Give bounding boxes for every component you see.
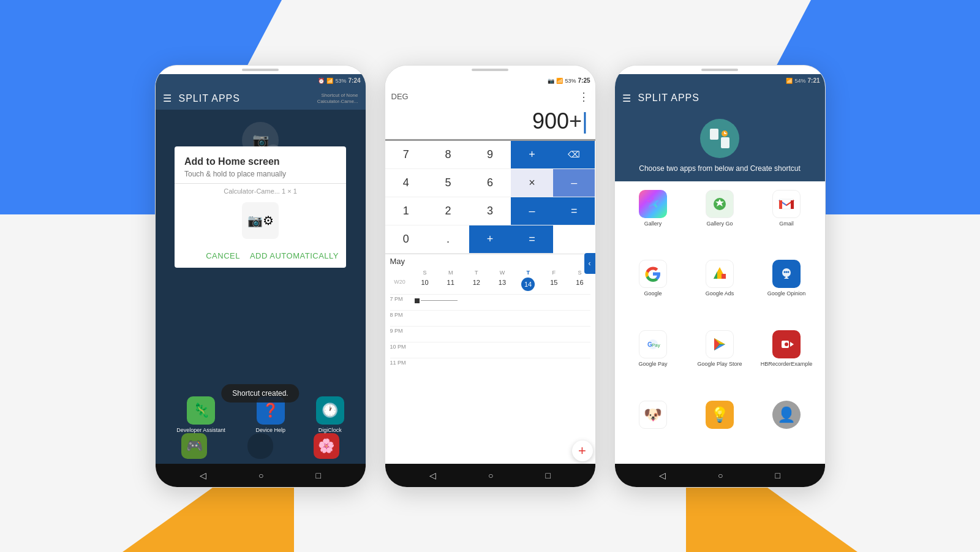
phone1-app-unknown1[interactable]: 🎮 — [181, 433, 207, 459]
phone2-calc-buttons: 7 8 9 + ⌫ 4 5 6 × – 1 2 3 – = 0 . — [385, 141, 595, 254]
svg-rect-1 — [721, 137, 729, 148]
calc-btn-1[interactable]: 1 — [385, 197, 428, 225]
phone2-cal-day-15[interactable]: 15 — [541, 277, 567, 292]
phone-1-top-bar — [156, 66, 366, 74]
phone3-gallery-icon — [639, 190, 667, 218]
phone2-cal-sun: S — [412, 268, 438, 277]
phone2-time: 7:25 — [578, 77, 590, 84]
phone2-recents-btn[interactable]: □ — [546, 471, 551, 480]
phone3-choose-text: Choose two apps from below and Create sh… — [639, 164, 800, 173]
svg-marker-18 — [790, 342, 794, 347]
calc-btn-2[interactable]: 2 — [427, 197, 469, 225]
calc-btn-minus-op[interactable]: – — [553, 169, 595, 197]
calc-btn-0[interactable]: 0 — [385, 225, 428, 254]
phone1-recents-btn[interactable]: □ — [316, 471, 321, 480]
phone3-app-gallery-go[interactable]: Gallery Go — [687, 185, 753, 255]
phone1-add-button[interactable]: ADD AUTOMATICALLY — [250, 251, 339, 260]
phone3-app-person[interactable]: 👤 — [753, 396, 820, 460]
phone3-google-label: Google — [644, 290, 662, 297]
phone3-apps-grid: Gallery Gallery Go Gmail — [615, 181, 825, 464]
phone3-person-icon: 👤 — [772, 401, 801, 429]
calc-btn-plus2[interactable]: + — [469, 225, 511, 254]
calc-btn-6[interactable]: 6 — [469, 169, 511, 197]
phone3-recorder-label: HBRecorderExample — [761, 361, 813, 367]
phone-2-speaker — [472, 69, 508, 71]
calc-btn-dot[interactable]: . — [427, 225, 469, 254]
phone2-cal-event-line — [421, 300, 458, 301]
phone1-hamburger-icon[interactable]: ☰ — [163, 93, 172, 104]
phone2-cal-day-11[interactable]: 11 — [438, 277, 464, 292]
phone2-back-btn[interactable]: ◁ — [429, 471, 436, 480]
phone3-signal: 📶 — [786, 78, 793, 84]
phone3-app-gmail[interactable]: Gmail — [753, 185, 820, 255]
phone3-app-bulb[interactable]: 💡 — [687, 396, 753, 460]
calc-btn-plus[interactable]: + — [511, 141, 553, 169]
phone1-app-dev-assistant[interactable]: 🦎 Developer Assistant — [176, 396, 225, 433]
phone1-home-btn[interactable]: ○ — [258, 471, 263, 480]
phone3-header-title: SPLIT APPS — [638, 93, 699, 104]
phone1-app-digiclock[interactable]: 🕐 DigiClock — [316, 396, 344, 433]
phone2-cal-fab[interactable]: + — [572, 440, 593, 461]
phone1-preview-icon: 📷⚙ — [242, 202, 279, 239]
calc-btn-7[interactable]: 7 — [385, 141, 428, 169]
calc-btn-8[interactable]: 8 — [427, 141, 469, 169]
phone2-cal-day-14-today[interactable]: 14 — [515, 277, 541, 292]
phone1-toast: Shortcut created. — [221, 384, 299, 403]
phone2-cal-fri: F — [541, 268, 567, 277]
calc-btn-4[interactable]: 4 — [385, 169, 428, 197]
phone2-calc-op: + — [569, 108, 582, 134]
calc-btn-5[interactable]: 5 — [427, 169, 469, 197]
phone3-googleads-label: Google Ads — [706, 290, 734, 297]
phone3-app-google-ads[interactable]: Google Ads — [687, 255, 753, 325]
phone3-home-btn[interactable]: ○ — [718, 471, 723, 480]
phone1-time: 7:24 — [348, 77, 360, 84]
phone3-playstore-label: Google Play Store — [697, 361, 742, 367]
phone2-side-handle[interactable]: ‹ — [584, 253, 595, 274]
phone2-cal-8pm-row: 8 PM — [390, 310, 590, 326]
phone3-app-pet[interactable]: 🐶 — [620, 396, 687, 460]
calc-btn-9[interactable]: 9 — [469, 141, 511, 169]
phone3-app-gallery[interactable]: Gallery — [620, 185, 687, 255]
phone-3-screen: 📶 54% 7:21 ☰ SPLIT APPS — [615, 74, 825, 464]
svg-text:Pay: Pay — [652, 342, 660, 348]
calc-btn-backspace[interactable]: ⌫ — [553, 141, 595, 169]
phone3-back-btn[interactable]: ◁ — [659, 471, 666, 480]
phone2-cal-day-10[interactable]: 10 — [412, 277, 438, 292]
phone3-app-recorder[interactable]: HBRecorderExample — [753, 325, 820, 396]
phone3-app-play-store[interactable]: Google Play Store — [687, 325, 753, 396]
phone3-recents-btn[interactable]: □ — [775, 471, 780, 480]
phone2-cal-day-12[interactable]: 12 — [464, 277, 489, 292]
phone1-header: ☰ SPLIT APPS Shortcut of None Calculator… — [156, 88, 366, 110]
calc-btn-3[interactable]: 3 — [469, 197, 511, 225]
phone3-gmail-icon — [772, 190, 801, 218]
phone3-hamburger-icon[interactable]: ☰ — [622, 93, 631, 104]
phone2-cal-7pm-row: 7 PM — [390, 294, 590, 310]
phone1-app-unknown2[interactable]: 🌸 — [314, 433, 339, 459]
phone3-app-google-pay[interactable]: GPay Google Pay — [620, 325, 687, 396]
phone1-clock-icon: 🕐 — [316, 396, 344, 425]
phone1-help-label: Device Help — [256, 427, 286, 433]
svg-rect-0 — [710, 129, 718, 140]
phone2-calc-header: DEG ⋮ — [385, 88, 595, 106]
phone2-cal-event-dot — [415, 298, 420, 303]
phone3-bottom-bar: ◁ ○ □ — [615, 464, 825, 487]
phone2-cal-day-16[interactable]: 16 — [567, 277, 592, 292]
phone1-back-btn[interactable]: ◁ — [200, 471, 206, 480]
phone1-dialog-size: Calculator-Came... 1 × 1 — [175, 184, 346, 197]
phone3-app-google[interactable]: Google — [620, 255, 687, 325]
phone3-app-google-opinion[interactable]: Google Opinion — [753, 255, 820, 325]
phone-1-screen: ⏰ 📶 53% 7:24 ☰ SPLIT APPS Shortcut of No… — [156, 74, 366, 464]
phone2-home-btn[interactable]: ○ — [488, 471, 493, 480]
svg-point-11 — [784, 271, 786, 273]
phone1-cancel-button[interactable]: CANCEL — [206, 251, 240, 260]
calc-btn-equals[interactable]: = — [553, 197, 595, 225]
calc-btn-multiply[interactable]: × — [511, 169, 553, 197]
phone1-signal: 📶 — [326, 78, 333, 84]
phone2-more-icon[interactable]: ⋮ — [578, 90, 589, 104]
phone2-cal-day-13[interactable]: 13 — [489, 277, 515, 292]
phone1-bottom-bar: ◁ ○ □ — [156, 464, 366, 487]
phone3-header: ☰ SPLIT APPS — [615, 88, 825, 109]
phone3-battery: 54% — [794, 78, 805, 84]
calc-btn-sub[interactable]: – — [511, 197, 553, 225]
calc-btn-eq2[interactable]: = — [511, 225, 553, 254]
